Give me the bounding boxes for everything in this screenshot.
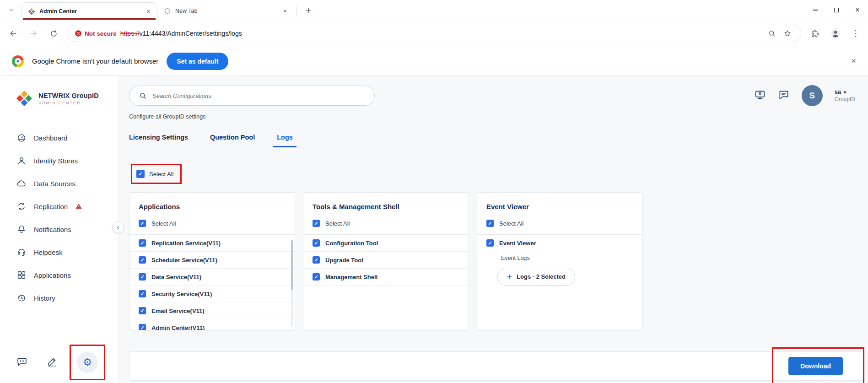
magnifier-icon — [768, 29, 776, 38]
select-all-checkbox[interactable] — [313, 220, 320, 227]
monitor-icon — [754, 89, 766, 101]
sidebar-item-history[interactable]: History — [0, 286, 118, 309]
item-checkbox[interactable] — [313, 273, 320, 281]
bookmark-button[interactable] — [782, 27, 793, 39]
sidebar-item-replication[interactable]: Replication — [0, 195, 118, 218]
settings-subtitle: Configure all GroupID settings — [129, 113, 868, 120]
card-applications: Applications Select All Replication Serv… — [129, 192, 295, 330]
download-button[interactable]: Download — [788, 357, 843, 375]
window-controls: × — [805, 0, 868, 20]
card-title: Event Viewer — [477, 193, 642, 218]
plus-icon: + — [507, 272, 512, 281]
set-as-default-button[interactable]: Set as default — [167, 53, 228, 70]
remote-session-button[interactable] — [754, 89, 766, 102]
chevron-down-icon — [8, 7, 15, 13]
sidebar-item-dashboard[interactable]: Dashboard — [0, 126, 118, 149]
sidebar: NETWRIX GroupID ADMIN CENTER Dashboard I… — [0, 76, 118, 383]
item-checkbox[interactable] — [313, 256, 320, 264]
item-label: Data Service(V11) — [151, 274, 201, 281]
tab-logs[interactable]: Logs — [277, 134, 293, 141]
chrome-logo-icon — [12, 55, 24, 67]
tab-new-tab[interactable]: New Tab × — [157, 2, 294, 20]
minimize-icon — [813, 10, 818, 11]
settings-gear-wrap: ⚙ — [77, 352, 98, 373]
select-all-checkbox[interactable] — [486, 220, 494, 227]
tab-admin-center[interactable]: Admin Center × — [21, 2, 157, 20]
select-all-checkbox[interactable] — [139, 220, 146, 227]
search-input[interactable] — [152, 92, 365, 99]
select-all-checkbox[interactable] — [136, 170, 145, 178]
item-checkbox[interactable] — [139, 256, 146, 264]
caret-down-icon: ▾ — [844, 90, 846, 95]
brand: NETWRIX GroupID ADMIN CENTER — [0, 76, 118, 107]
url-rest: v11:4443/AdminCenter/settings/logs — [140, 30, 242, 37]
helpdesk-icon — [16, 247, 27, 257]
item-label: Scheduler Service(V11) — [151, 257, 217, 264]
help-chat-button[interactable] — [778, 89, 790, 102]
sidebar-item-data-sources[interactable]: Data Sources — [0, 172, 118, 195]
tab-licensing-settings[interactable]: Licensing Settings — [129, 134, 188, 141]
applications-select-all-row: Select All — [129, 218, 295, 235]
tab-strip: Admin Center × New Tab × + × — [0, 0, 868, 20]
new-tab-button[interactable]: + — [302, 4, 315, 17]
scrollbar[interactable] — [291, 240, 293, 326]
warning-icon — [75, 203, 82, 210]
browser-menu-button[interactable]: ⋮ — [850, 28, 862, 38]
main-content: S sa▾ GroupID Configure all GroupID sett… — [118, 76, 868, 383]
gear-icon: ⚙ — [83, 356, 92, 368]
sidebar-item-label: History — [34, 294, 55, 302]
logs-selected-button[interactable]: + Logs - 2 Selected — [497, 268, 575, 286]
item-checkbox[interactable] — [313, 239, 320, 247]
item-checkbox[interactable] — [486, 239, 494, 247]
minimize-button[interactable] — [805, 0, 826, 20]
feedback-chat-button[interactable] — [16, 356, 27, 369]
sidebar-collapse-button[interactable]: ‹ — [112, 221, 124, 233]
whats-new-button[interactable] — [47, 356, 58, 369]
maximize-button[interactable] — [826, 0, 847, 20]
sidebar-item-identity-stores[interactable]: Identity Stores — [0, 149, 118, 172]
toolbar-right: ⋮ — [808, 27, 862, 40]
settings-button[interactable]: ⚙ — [77, 352, 98, 373]
main-header: S sa▾ GroupID — [129, 85, 868, 106]
sidebar-item-label: Data Sources — [34, 180, 75, 188]
card-title: Tools & Management Shell — [303, 193, 469, 218]
user-org: GroupID — [835, 96, 855, 103]
puzzle-icon — [810, 29, 819, 38]
pencil-icon — [47, 356, 58, 367]
card-event-viewer: Event Viewer Select All Event Viewer Eve… — [477, 192, 643, 330]
banner-close-icon[interactable]: × — [851, 56, 868, 66]
close-window-button[interactable]: × — [847, 0, 868, 20]
tab-search-button[interactable] — [4, 2, 19, 18]
sidebar-item-label: Replication — [34, 203, 68, 210]
reload-button[interactable] — [47, 27, 60, 40]
tab-question-pool[interactable]: Question Pool — [210, 134, 255, 141]
item-checkbox[interactable] — [139, 273, 146, 281]
item-checkbox[interactable] — [139, 324, 146, 330]
global-select-all: Select All — [131, 164, 182, 184]
tab-close-icon[interactable]: × — [281, 7, 289, 15]
user-menu[interactable]: sa▾ — [835, 88, 855, 96]
default-browser-banner: Google Chrome isn't your default browser… — [0, 47, 868, 76]
not-secure-badge[interactable]: Not secure — [75, 30, 117, 37]
scrollbar-thumb[interactable] — [291, 240, 293, 290]
user-name: sa — [835, 88, 841, 95]
sidebar-item-applications[interactable]: Applications — [0, 264, 118, 286]
address-bar[interactable]: Not secure https://v11:4443/AdminCenter/… — [67, 25, 801, 42]
zoom-button[interactable] — [766, 27, 778, 39]
back-button[interactable] — [6, 27, 20, 40]
sidebar-item-helpdesk[interactable]: Helpdesk — [0, 241, 118, 264]
sidebar-item-notifications[interactable]: Notifications — [0, 218, 118, 241]
item-label: Management Shell — [325, 274, 377, 281]
profile-button[interactable] — [829, 27, 842, 40]
tab-close-icon[interactable]: × — [144, 7, 152, 16]
item-checkbox[interactable] — [139, 239, 146, 247]
forward-arrow-icon — [29, 29, 38, 38]
search-configurations[interactable] — [129, 86, 375, 106]
extensions-button[interactable] — [808, 27, 821, 40]
user-block: sa▾ GroupID — [835, 88, 855, 102]
item-checkbox[interactable] — [139, 290, 146, 297]
forward-button[interactable] — [27, 27, 40, 40]
tab-title: Admin Center — [39, 8, 140, 15]
item-checkbox[interactable] — [139, 307, 146, 314]
user-avatar[interactable]: S — [802, 85, 823, 106]
